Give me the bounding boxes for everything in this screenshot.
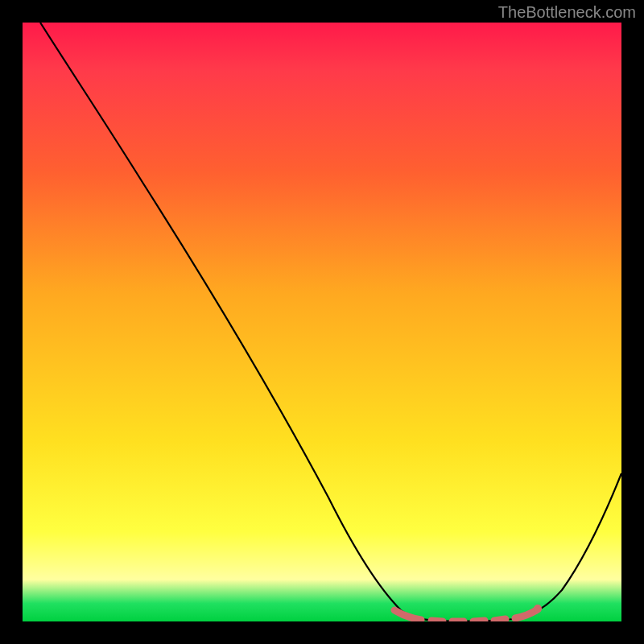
- watermark-text: TheBottleneck.com: [498, 3, 636, 22]
- valley-highlight: [394, 605, 542, 621]
- bottleneck-curve: [40, 23, 621, 621]
- svg-point-0: [534, 605, 542, 613]
- chart-curves: [23, 23, 621, 621]
